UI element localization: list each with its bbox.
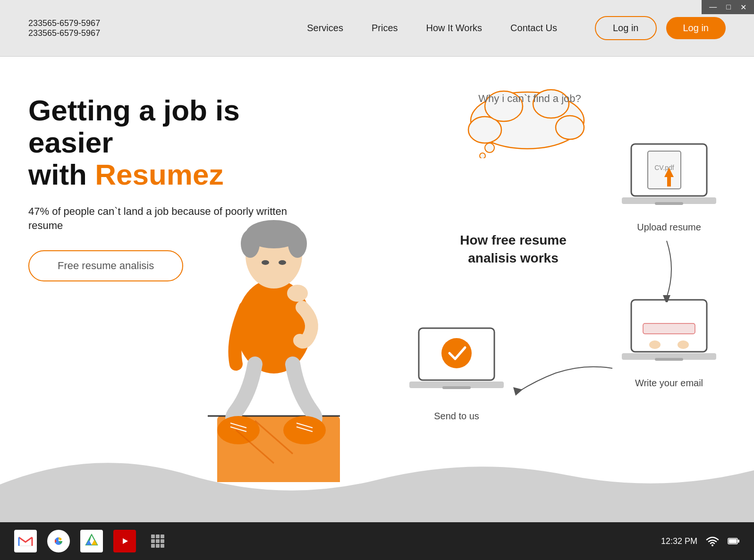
gmail-icon[interactable]: [14, 530, 37, 552]
svg-point-5: [485, 143, 494, 153]
email-label: Write your email: [622, 378, 716, 389]
main-content: Getting a job is easier with Resumez 47%…: [0, 57, 754, 522]
youtube-icon[interactable]: [113, 530, 136, 552]
login-outline-button[interactable]: Log in: [595, 16, 657, 40]
taskbar-icons: [14, 530, 169, 552]
battery-icon: [728, 537, 740, 545]
svg-marker-50: [86, 540, 92, 545]
svg-rect-53: [151, 535, 155, 538]
hero-title-line1: Getting a job is easier: [28, 94, 240, 159]
person-illustration: [179, 161, 368, 482]
svg-rect-55: [161, 535, 164, 538]
drive-icon[interactable]: [80, 530, 103, 552]
svg-rect-42: [442, 386, 471, 389]
wifi-icon: [706, 536, 719, 546]
login-fill-button[interactable]: Log in: [666, 17, 726, 39]
svg-rect-61: [161, 544, 164, 548]
free-analysis-button[interactable]: Free resume analisis: [28, 250, 183, 281]
svg-marker-49: [92, 540, 97, 545]
svg-point-17: [287, 285, 308, 302]
nav-how-it-works[interactable]: How It Works: [426, 23, 483, 34]
upload-label: Upload resume: [622, 222, 716, 233]
close-button[interactable]: ✕: [737, 3, 749, 12]
hero-title-with: with: [28, 158, 95, 191]
svg-point-4: [556, 116, 584, 139]
svg-rect-60: [156, 544, 160, 548]
nav-contact-us[interactable]: Contact Us: [510, 23, 557, 34]
phone-2: 233565-6579-5967: [28, 28, 100, 38]
taskbar-right: 12:32 PM: [661, 536, 740, 546]
taskbar: 12:32 PM: [0, 522, 754, 560]
nav-services[interactable]: Services: [307, 23, 343, 34]
svg-rect-59: [151, 544, 155, 548]
svg-point-18: [217, 416, 260, 444]
svg-rect-34: [643, 323, 695, 334]
svg-text:CV.pdf: CV.pdf: [654, 164, 674, 171]
phone-1: 233565-6579-5967: [28, 18, 100, 28]
laptop-upload-svg: CV.pdf: [622, 142, 716, 217]
svg-marker-43: [663, 295, 670, 302]
laptop-send-svg: [409, 326, 504, 406]
svg-rect-57: [156, 539, 160, 543]
svg-point-19: [283, 416, 326, 444]
laptop-upload-container: CV.pdf Upload resume: [622, 142, 716, 233]
grid-icon[interactable]: [146, 530, 169, 552]
svg-rect-54: [156, 535, 160, 538]
svg-point-6: [480, 153, 485, 158]
header-phone: 233565-6579-5967 233565-6579-5967: [28, 18, 100, 38]
laptop-email-container: Write your email: [622, 297, 716, 389]
thought-bubble-text: Why i can`t find a job?: [473, 92, 586, 106]
window-controls: — □ ✕: [702, 0, 754, 14]
svg-point-35: [649, 340, 661, 349]
svg-point-15: [262, 260, 269, 265]
laptop-email-svg: [622, 297, 716, 373]
send-label: Send to us: [409, 411, 504, 422]
svg-point-40: [441, 338, 472, 368]
svg-point-62: [712, 544, 713, 546]
svg-rect-58: [161, 539, 164, 543]
maximize-button[interactable]: □: [723, 3, 734, 11]
svg-rect-38: [655, 358, 683, 361]
svg-point-36: [678, 340, 689, 349]
header-nav: Services Prices How It Works Contact Us: [307, 23, 557, 34]
header: 233565-6579-5967 233565-6579-5967 Servic…: [0, 0, 754, 57]
taskbar-time: 12:32 PM: [661, 536, 697, 546]
laptop-send-container: Send to us: [409, 326, 504, 422]
nav-prices[interactable]: Prices: [372, 23, 398, 34]
arrow-upload-to-email: [648, 236, 686, 302]
svg-rect-64: [729, 539, 737, 543]
how-works-label: How free resume analisis works: [447, 231, 579, 267]
svg-rect-56: [151, 539, 155, 543]
svg-rect-32: [655, 202, 683, 205]
svg-marker-44: [513, 387, 523, 396]
svg-point-13: [241, 229, 260, 258]
svg-point-16: [279, 260, 286, 265]
minimize-button[interactable]: —: [706, 3, 720, 11]
svg-rect-65: [737, 540, 739, 543]
svg-point-14: [288, 229, 307, 258]
gray-wave-bg: [0, 428, 754, 522]
svg-rect-30: [667, 177, 671, 187]
google-icon[interactable]: [47, 530, 70, 552]
arrow-email-to-send: [499, 359, 622, 406]
